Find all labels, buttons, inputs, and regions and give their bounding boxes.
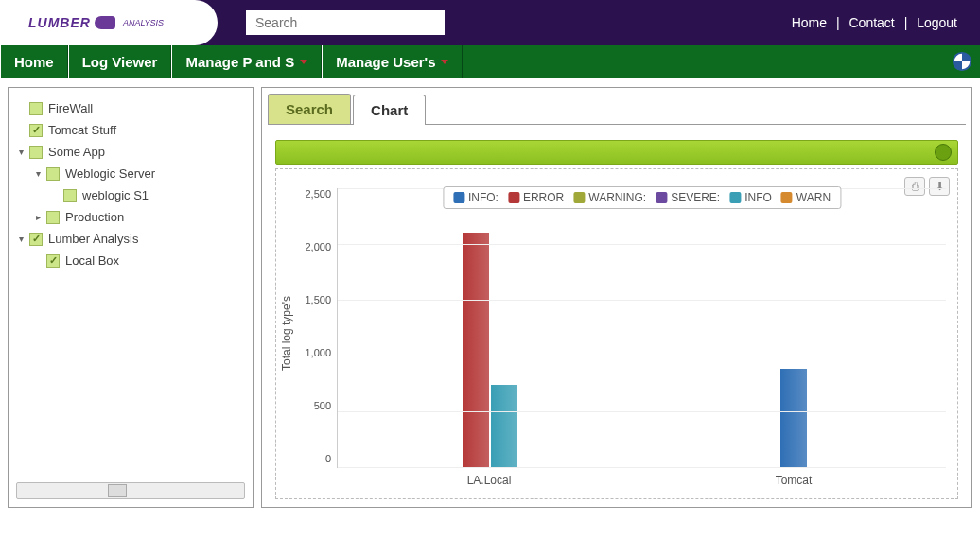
nav-item-manage-p-and-s[interactable]: Manage P and S <box>171 45 322 78</box>
legend-label: WARNING: <box>588 191 646 204</box>
checkbox-checked-icon[interactable] <box>29 233 43 246</box>
chart-banner <box>275 140 958 165</box>
tab-bar: Search Chart <box>268 94 966 125</box>
logo-container: LUMBER ANALYSIS <box>0 0 218 45</box>
legend-item[interactable]: ERROR <box>508 191 564 204</box>
y-ticks: 2,5002,0001,5001,0005000 <box>297 169 337 498</box>
chevron-down-icon <box>441 60 448 64</box>
help-icon[interactable] <box>952 51 972 72</box>
tree-label: Tomcat Stuff <box>48 123 116 137</box>
tree-node[interactable]: ▾Weblogic Server <box>16 163 245 184</box>
tree-label: Production <box>65 210 124 224</box>
link-contact[interactable]: Contact <box>849 15 895 30</box>
legend-swatch <box>573 192 585 203</box>
tree-node[interactable]: weblogic S1 <box>16 184 245 206</box>
tree-label: Local Box <box>65 253 119 268</box>
tree-node[interactable]: Tomcat Stuff <box>16 119 245 141</box>
refresh-icon[interactable] <box>935 144 952 161</box>
chart-body: ⎙ ⬇ Total log type's 2,5002,0001,5001,00… <box>275 168 958 499</box>
chart-area: ⎙ ⬇ Total log type's 2,5002,0001,5001,00… <box>268 125 966 499</box>
y-tick: 500 <box>301 400 331 411</box>
header-bar: LUMBER ANALYSIS Home | Contact | Logout <box>0 0 980 45</box>
logo-sub: ANALYSIS <box>123 18 164 27</box>
legend-swatch <box>453 192 464 203</box>
gridline <box>338 300 946 301</box>
gridline <box>338 411 946 412</box>
legend-swatch <box>729 192 741 203</box>
link-home[interactable]: Home <box>792 15 827 30</box>
gridline <box>338 244 946 245</box>
y-tick: 0 <box>301 453 331 464</box>
sidebar-scrollbar[interactable] <box>16 482 245 499</box>
legend-item[interactable]: SEVERE: <box>656 191 720 204</box>
y-tick: 2,000 <box>301 241 331 252</box>
chevron-down-icon <box>300 60 307 64</box>
checkbox-icon[interactable] <box>63 189 77 202</box>
legend-swatch <box>508 192 519 203</box>
plot-grid: INFO:ERRORWARNING:SEVERE:INFOWARN <box>337 188 946 468</box>
tree-node[interactable]: ▾Lumber Analysis <box>16 228 245 250</box>
legend-swatch <box>656 192 667 203</box>
content-panel: Search Chart ⎙ ⬇ Total log type's 2,5002… <box>261 87 972 508</box>
checkbox-icon[interactable] <box>29 146 43 159</box>
tree-toggle-icon[interactable]: ▾ <box>33 168 43 179</box>
tree-label: Some App <box>48 145 105 159</box>
header-links: Home | Contact | Logout <box>792 15 957 30</box>
legend-item[interactable]: INFO: <box>453 191 499 204</box>
tree-node[interactable]: ▾Some App <box>16 141 245 163</box>
checkbox-checked-icon[interactable] <box>29 124 43 137</box>
checkbox-icon[interactable] <box>46 167 60 181</box>
tree-label: weblogic S1 <box>82 188 149 202</box>
gridline <box>338 356 946 356</box>
chart-legend: INFO:ERRORWARNING:SEVERE:INFOWARN <box>443 186 841 209</box>
legend-swatch <box>781 192 793 203</box>
legend-label: INFO: <box>468 191 499 204</box>
y-tick: 1,000 <box>301 347 331 358</box>
logo-main: LUMBER <box>28 15 91 30</box>
tree-toggle-icon[interactable]: ▾ <box>16 147 26 157</box>
checkbox-checked-icon[interactable] <box>46 254 60 268</box>
link-logout[interactable]: Logout <box>917 15 957 30</box>
x-labels: LA.LocalTomcat <box>337 468 946 487</box>
legend-label: SEVERE: <box>671 191 720 204</box>
bar[interactable] <box>463 233 489 467</box>
legend-item[interactable]: WARN <box>781 191 831 204</box>
tree-toggle-icon[interactable]: ▾ <box>16 234 26 244</box>
main-layout: FireWallTomcat Stuff▾Some App▾Weblogic S… <box>0 78 980 517</box>
bar[interactable] <box>780 369 807 467</box>
bar[interactable] <box>491 385 517 467</box>
gridline <box>338 467 946 468</box>
nav-item-log-viewer[interactable]: Log Viewer <box>68 45 172 78</box>
nav-item-manage-user-s[interactable]: Manage User's <box>322 45 463 78</box>
sidebar: FireWallTomcat Stuff▾Some App▾Weblogic S… <box>8 87 254 508</box>
chart-plot: INFO:ERRORWARNING:SEVERE:INFOWARN LA.Loc… <box>337 169 957 498</box>
tab-search[interactable]: Search <box>268 94 351 124</box>
scrollbar-thumb[interactable] <box>108 484 127 497</box>
tree-node[interactable]: Local Box <box>16 250 245 271</box>
checkbox-icon[interactable] <box>29 102 43 115</box>
tree-label: FireWall <box>48 101 93 115</box>
tree-node[interactable]: FireWall <box>16 97 245 119</box>
x-label: LA.Local <box>337 474 641 487</box>
y-tick: 2,500 <box>301 188 331 200</box>
legend-label: ERROR <box>523 191 564 204</box>
header-search <box>246 10 445 35</box>
legend-item[interactable]: INFO <box>729 191 772 204</box>
nav-bar: HomeLog ViewerManage P and SManage User'… <box>0 45 980 78</box>
tree-label: Lumber Analysis <box>48 232 138 246</box>
search-input[interactable] <box>246 10 445 35</box>
y-tick: 1,500 <box>301 294 331 305</box>
bar-group <box>642 188 947 467</box>
nav-item-home[interactable]: Home <box>0 45 68 78</box>
tree-label: Weblogic Server <box>65 166 155 181</box>
tab-chart[interactable]: Chart <box>353 95 426 125</box>
y-axis-label: Total log type's <box>276 296 297 371</box>
legend-label: INFO <box>744 191 772 204</box>
legend-item[interactable]: WARNING: <box>573 191 646 204</box>
checkbox-icon[interactable] <box>46 211 60 224</box>
tree: FireWallTomcat Stuff▾Some App▾Weblogic S… <box>16 97 245 482</box>
x-label: Tomcat <box>641 474 946 487</box>
tree-toggle-icon[interactable]: ▸ <box>33 212 43 222</box>
logo-icon <box>95 16 115 29</box>
tree-node[interactable]: ▸Production <box>16 206 245 228</box>
